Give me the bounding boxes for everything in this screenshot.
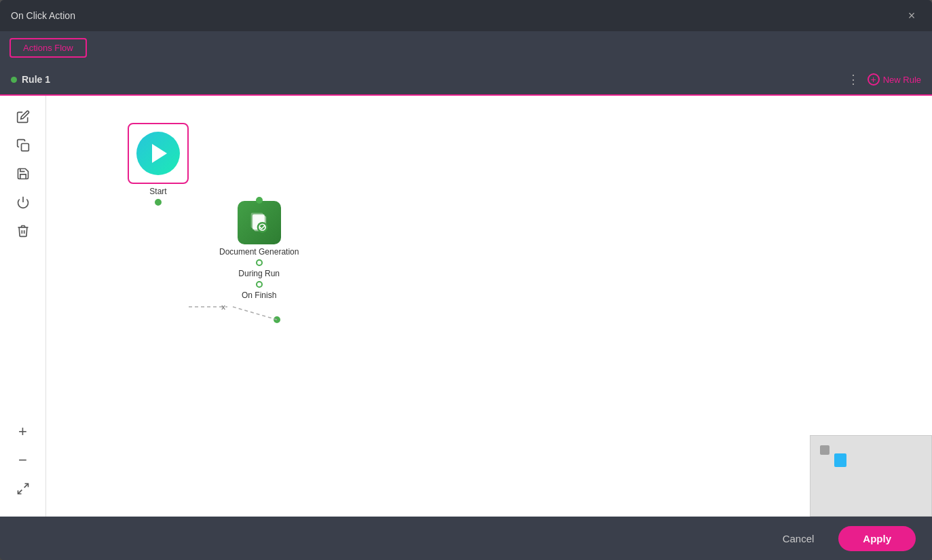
docgen-during-run-connector[interactable]	[256, 259, 263, 266]
start-node-circle	[136, 132, 180, 175]
mini-map-inner	[810, 436, 931, 516]
toolbar-left: + −	[0, 96, 46, 517]
start-node-label: Start	[149, 187, 166, 196]
svg-text:x: x	[221, 303, 226, 311]
svg-line-3	[18, 490, 22, 494]
zoom-out-button[interactable]: −	[10, 447, 36, 473]
rule-options-button[interactable]: ⋮	[847, 72, 859, 87]
delete-tool-button[interactable]	[10, 218, 36, 244]
footer: Cancel Apply	[0, 517, 932, 560]
tab-actions-flow[interactable]: Actions Flow	[10, 38, 87, 58]
rule-title: Rule 1	[11, 74, 50, 85]
docgen-input-connector[interactable]	[256, 197, 263, 204]
docgen-node[interactable]: Document Generation During Run On Finish	[219, 201, 299, 300]
svg-point-6	[274, 316, 280, 323]
save-tool-button[interactable]	[10, 161, 36, 187]
play-icon	[152, 144, 167, 163]
rule-status-dot	[11, 77, 17, 83]
copy-tool-button[interactable]	[10, 132, 36, 158]
docgen-on-finish-connector[interactable]	[256, 281, 263, 288]
start-node-box	[128, 123, 189, 184]
start-output-connector[interactable]	[155, 199, 162, 206]
tabs-bar: Actions Flow	[0, 31, 932, 64]
svg-line-7	[233, 307, 277, 320]
mini-map-docgen-node	[834, 453, 846, 467]
edit-tool-button[interactable]	[10, 104, 36, 130]
docgen-during-run-label: During Run	[238, 269, 280, 278]
docgen-node-wrap	[238, 201, 281, 244]
new-rule-icon: +	[868, 73, 880, 86]
mini-map	[810, 435, 932, 517]
svg-line-2	[24, 484, 28, 488]
svg-rect-0	[21, 144, 29, 151]
docgen-icon	[247, 210, 272, 235]
zoom-in-button[interactable]: +	[10, 419, 36, 445]
mini-map-start-node	[820, 445, 830, 455]
docgen-node-box	[238, 201, 281, 244]
fit-button[interactable]	[10, 476, 36, 502]
modal-header: On Click Action ×	[0, 0, 932, 31]
power-tool-button[interactable]	[10, 189, 36, 215]
docgen-node-label: Document Generation	[219, 247, 299, 257]
toolbar-group-top	[0, 104, 45, 244]
modal: On Click Action × Actions Flow Rule 1 ⋮ …	[0, 0, 932, 560]
modal-title: On Click Action	[11, 10, 75, 21]
start-node[interactable]: Start	[128, 123, 189, 206]
new-rule-button[interactable]: + New Rule	[868, 73, 921, 86]
flow-canvas[interactable]: Start x	[46, 96, 932, 517]
toolbar-bottom: + −	[0, 419, 45, 508]
canvas-area: + −	[0, 96, 932, 517]
cancel-button[interactable]: Cancel	[769, 527, 828, 550]
docgen-on-finish-label: On Finish	[242, 291, 276, 300]
rule-header: Rule 1 ⋮ + New Rule	[0, 64, 932, 96]
close-button[interactable]: ×	[902, 6, 921, 25]
apply-button[interactable]: Apply	[838, 526, 916, 551]
